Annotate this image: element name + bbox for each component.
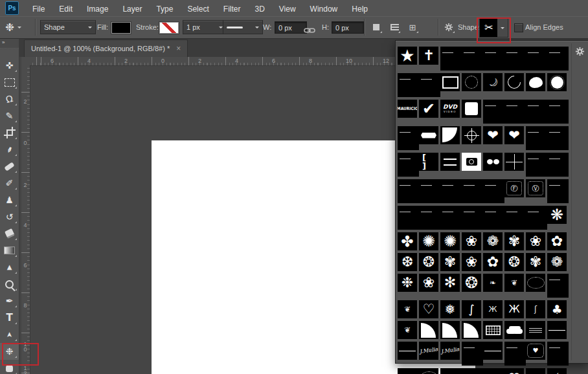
stroke-style-select[interactable] [223,20,263,34]
vertical-ruler[interactable]: 2024681012 [21,65,30,374]
menu-view[interactable]: View [272,5,303,14]
menu-type[interactable]: Type [149,5,180,14]
shape-heart[interactable]: ❤ [483,126,503,144]
shape-text-shape[interactable] [398,73,419,97]
shape-flower[interactable]: ✺ [440,232,460,250]
shape-text-shape[interactable] [462,179,483,203]
dodge-tool[interactable] [0,276,19,292]
shape-flower[interactable]: ❀ [462,253,481,271]
panel-menu-button[interactable] [575,47,585,56]
shape-cross[interactable]: ✝ [419,47,438,65]
shape-mandala[interactable]: ❂ [462,274,481,292]
shape-thin-cross[interactable] [504,153,524,171]
shape-text-shape[interactable] [504,47,526,71]
brush-tool[interactable]: ✐ [0,175,19,192]
shape-text-shape[interactable] [547,100,569,124]
rectangular-marquee-tool[interactable] [0,74,19,91]
eraser-tool[interactable] [0,225,19,242]
shape-text-shape[interactable] [504,100,526,124]
shape-butterfly[interactable]: Ж [504,300,524,318]
shape-line[interactable] [547,321,567,339]
shape-flower[interactable]: ✤ [398,232,417,250]
gradient-tool[interactable] [0,242,19,259]
shape-flower[interactable]: ✻ [440,274,460,292]
fill-swatch[interactable] [111,22,131,34]
shape-tshirt-f[interactable]: Ⓕ [504,179,524,197]
tool-mode-select[interactable]: Shape [40,20,96,34]
shape-text-shape[interactable] [504,206,526,230]
shape-wreath[interactable] [419,368,438,374]
shape-flower[interactable]: ❂ [504,253,524,271]
shape-flower[interactable]: ✾ [440,253,460,271]
shape-text-shape[interactable] [419,206,440,230]
shape-text-shape[interactable] [462,206,483,230]
shape-text-shape[interactable] [483,47,504,71]
shape-camera[interactable] [462,153,481,171]
shape-flower[interactable]: ❁ [547,253,567,271]
shape-ornament[interactable]: ❦ [504,274,524,292]
shape-flower[interactable]: ✺ [419,232,438,250]
shape-feather[interactable]: ☽ [483,73,503,91]
shape-heart[interactable]: ❤ [504,368,524,374]
shape-text-shape[interactable] [462,342,483,366]
shape-text-shape[interactable] [398,179,419,203]
stroke-width-select[interactable]: 1 px [183,20,227,34]
shape-tree[interactable]: ♣ [547,300,567,318]
lasso-tool[interactable]: Ω [0,91,19,107]
shape-text-block[interactable] [526,321,545,339]
shape-doily[interactable]: ❅ [440,300,460,318]
shape-flower[interactable]: ❋ [547,206,567,224]
shape-arc[interactable] [504,73,524,91]
shape-flower[interactable]: ❀ [526,232,545,250]
horizontal-type-tool[interactable]: T [0,309,19,326]
tool-preset-picker[interactable]: ❉ [5,19,21,35]
shape-text-shape[interactable] [483,368,504,374]
shape-ornament[interactable]: ❧ [483,274,503,292]
shape-vertical-flourish[interactable]: ʃ [526,300,545,318]
shape-picker-button[interactable]: ✂ [479,18,499,38]
path-selection-tool[interactable]: ➤ [0,326,19,343]
close-icon[interactable]: × [176,44,181,53]
shape-text-shape[interactable] [526,47,547,71]
shape-flower[interactable]: ❉ [398,274,417,292]
collapse-panel-button[interactable]: » [0,38,19,49]
custom-shape-tool[interactable]: ❉ [0,343,19,360]
shape-line[interactable] [398,342,417,360]
clone-stamp-tool[interactable]: ♟ [0,192,19,208]
hand-tool[interactable] [0,360,19,374]
shape-text-shape[interactable] [547,274,569,298]
menu-image[interactable]: Image [80,5,115,14]
shape-text-shape[interactable] [526,206,547,230]
shape-quarter-circle[interactable] [419,321,438,339]
history-brush-tool[interactable]: ↺ [0,208,19,225]
path-arrangement-button[interactable]: ⊞ [407,21,418,33]
shape-flower[interactable]: ❀ [462,232,481,250]
shape-heart[interactable]: ❤ [504,126,524,144]
shape-crosshair-target[interactable] [462,126,481,144]
shape-brackets[interactable]: [ ] [419,153,438,171]
shape-cloud[interactable] [504,321,524,339]
shape-text-shape[interactable] [547,342,569,366]
shape-text-shape[interactable] [440,206,462,230]
shape-tshirt-v[interactable]: Ⓥ [526,179,545,197]
shape-text-shape[interactable] [526,126,547,150]
shape-text-shape[interactable] [483,179,504,203]
shape-dvd-logo[interactable]: DVDVIDEO [440,100,460,118]
shape-text-shape[interactable] [419,179,440,203]
shape-corner-ornament[interactable]: ❦ [398,300,417,318]
menu-layer[interactable]: Layer [115,5,149,14]
shape-picker-chevron[interactable] [497,18,508,38]
shape-text-shape[interactable] [526,153,547,177]
shape-text-shape[interactable] [440,47,462,71]
shape-heart-frame[interactable]: ♥ [526,342,545,360]
shape-text-shape[interactable] [547,47,569,71]
shape-text-shape[interactable] [483,100,504,124]
height-field[interactable]: 0 px [332,21,364,34]
shape-text-shape[interactable] [547,179,569,203]
shape-lace-heart[interactable]: ♡ [419,300,438,318]
shape-text-shape[interactable] [440,368,462,374]
spot-healing-brush-tool[interactable] [0,158,19,175]
shape-text-shape[interactable] [547,153,569,177]
shape-quarter-circle[interactable] [440,126,460,144]
shape-banner[interactable] [419,126,438,144]
